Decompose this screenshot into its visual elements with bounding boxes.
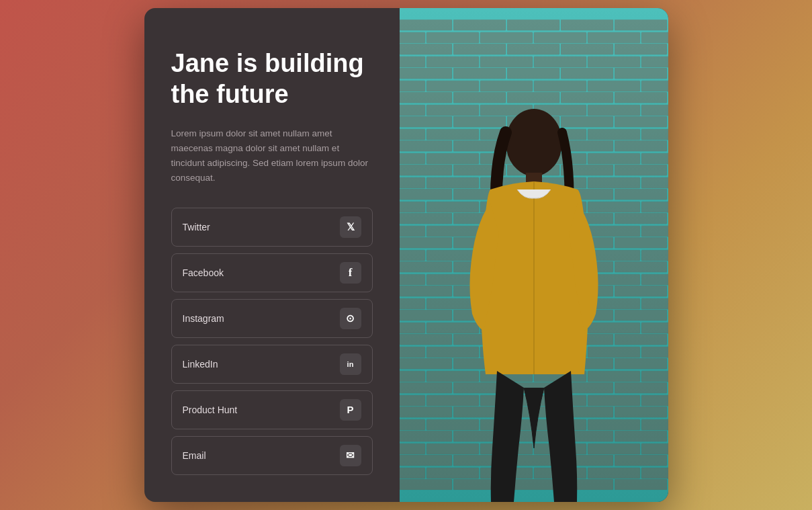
social-label-twitter: Twitter bbox=[183, 222, 210, 232]
social-btn-email[interactable]: Email✉ bbox=[171, 436, 373, 475]
twitter-icon: 𝕏 bbox=[340, 216, 361, 238]
page-description: Lorem ipsum dolor sit amet nullam amet m… bbox=[171, 126, 373, 186]
svg-point-4 bbox=[506, 109, 562, 176]
page-title: Jane is building the future bbox=[171, 48, 373, 110]
hero-image bbox=[400, 8, 668, 501]
instagram-icon: ⊙ bbox=[340, 308, 361, 329]
social-btn-producthunt[interactable]: Product HuntP bbox=[171, 390, 373, 429]
profile-card: Jane is building the future Lorem ipsum … bbox=[144, 8, 668, 501]
right-panel bbox=[400, 8, 668, 501]
social-label-facebook: Facebook bbox=[183, 267, 224, 278]
social-label-producthunt: Product Hunt bbox=[183, 405, 238, 415]
social-btn-linkedin[interactable]: LinkedInin bbox=[171, 345, 373, 384]
social-btn-twitter[interactable]: Twitter𝕏 bbox=[171, 208, 373, 247]
producthunt-icon: P bbox=[340, 399, 361, 421]
social-btn-instagram[interactable]: Instagram⊙ bbox=[171, 299, 373, 338]
social-btn-facebook[interactable]: Facebookf bbox=[171, 253, 373, 292]
left-panel: Jane is building the future Lorem ipsum … bbox=[144, 8, 400, 501]
person-silhouette bbox=[447, 85, 621, 502]
social-label-email: Email bbox=[183, 450, 206, 461]
social-links-list: Twitter𝕏FacebookfInstagram⊙LinkedIninPro… bbox=[171, 208, 373, 475]
social-label-linkedin: LinkedIn bbox=[183, 359, 218, 370]
linkedin-icon: in bbox=[340, 353, 361, 375]
facebook-icon: f bbox=[340, 262, 361, 284]
social-label-instagram: Instagram bbox=[183, 313, 224, 324]
email-icon: ✉ bbox=[340, 445, 361, 466]
